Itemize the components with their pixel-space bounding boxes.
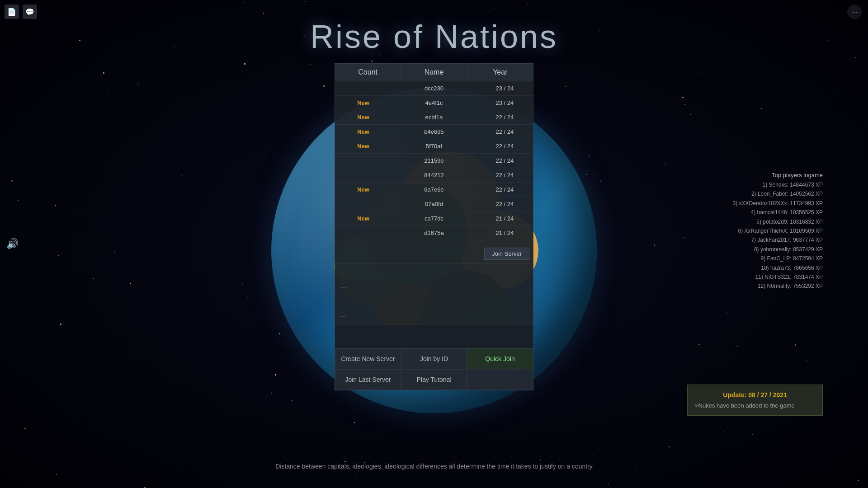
star [222,92,223,92]
star [60,324,61,325]
star [490,11,491,12]
star [354,422,355,423]
star [737,346,738,347]
star [795,344,796,345]
header-count: Count [335,64,401,81]
row-name: b4e6d5 [392,128,476,135]
star [247,296,248,297]
table-header: Count Name Year [335,64,533,81]
star [130,283,131,284]
row-year: 23 / 24 [476,99,533,106]
top-players-title: Top players ingame [687,172,823,178]
star [698,72,698,73]
quick-join-button[interactable]: Quick Join [467,348,533,369]
create-new-server-button[interactable]: Create New Server [335,348,401,369]
star [636,469,637,470]
top-bar: 📄 💬 [5,5,37,19]
placeholder-row: --- [335,280,533,295]
panel-spacer [335,325,533,348]
row-year: 22 / 24 [476,201,533,207]
star [586,174,586,174]
player-entry: 4) bamcat1446: 10356525 XP [687,208,823,217]
row-year: 22 / 24 [476,114,533,121]
star [684,237,685,238]
star [827,40,828,41]
table-row[interactable]: New 5f70af 22 / 24 [335,139,533,154]
star [779,5,779,5]
star [595,174,596,174]
row-year: 22 / 24 [476,128,533,135]
table-row[interactable]: New ca77dc 21 / 24 [335,211,533,226]
player-entry: 6) XxRangerThiefxX: 10109509 XP [687,226,823,235]
player-entry: 7) JackFan2017: 9637774 XP [687,235,823,244]
star [11,180,13,182]
player-entry: 9) FanC_LP: 8472594 XP [687,254,823,263]
row-name: 4e4f1c [392,99,476,106]
star [490,436,491,436]
table-body: dcc230 23 / 24 New 4e4f1c 23 / 24 New ec… [335,81,533,244]
row-name: 07a0fd [392,201,476,207]
star [669,446,670,448]
star [263,13,264,14]
star [684,104,685,105]
star [108,91,109,92]
star [103,72,104,74]
star [600,180,602,182]
table-row[interactable]: d1675a 21 / 24 [335,226,533,240]
row-name: d1675a [392,230,476,236]
join-last-server-button[interactable]: Join Last Server [335,369,401,390]
table-row[interactable]: New 6a7e6e 22 / 24 [335,183,533,197]
star [344,461,346,462]
header-year: Year [467,64,533,81]
star [305,1,306,2]
star [858,480,859,481]
star [252,291,252,292]
volume-icon[interactable]: 🔊 [6,238,19,250]
star [665,164,665,165]
star [371,61,373,62]
star [51,316,52,317]
header-name: Name [401,64,467,81]
document-icon[interactable]: 📄 [5,5,19,19]
row-year: 22 / 24 [476,157,533,164]
star [94,22,95,23]
player-list: 1) Sendxs: 14844673 XP2) Leon_Faber: 140… [687,180,823,291]
play-tutorial-button[interactable]: Play Tutorial [401,369,467,390]
table-row[interactable]: New ecbf1a 22 / 24 [335,110,533,125]
join-server-area: Join Server [335,244,533,264]
table-row[interactable]: New b4e6d5 22 / 24 [335,125,533,139]
star [137,84,139,85]
row-name: 6a7e6e [392,186,476,193]
star [124,284,125,284]
placeholder-rows: ------------ [335,264,533,325]
star [864,122,865,123]
table-row[interactable]: 07a0fd 22 / 24 [335,197,533,211]
star [566,86,566,87]
placeholder-row: --- [335,295,533,309]
star [761,108,762,109]
table-row[interactable]: New fd5c9d 21 / 24 [335,240,533,244]
table-row[interactable]: 844212 22 / 24 [335,168,533,183]
chat-icon[interactable]: 💬 [23,5,37,19]
menu-dots-icon[interactable]: ··· [847,5,862,19]
table-row[interactable]: 21159e 22 / 24 [335,154,533,168]
row-count: New [335,99,392,106]
table-row[interactable]: dcc230 23 / 24 [335,81,533,96]
star [682,97,684,98]
star [598,30,599,31]
star [174,46,175,47]
star [56,474,57,475]
star [304,36,305,37]
table-row[interactable]: New 4e4f1c 23 / 24 [335,96,533,110]
join-by-id-button[interactable]: Join by ID [401,348,467,369]
star [610,480,610,481]
row-year: 22 / 24 [476,172,533,178]
row-year: 22 / 24 [476,186,533,193]
star [24,428,26,429]
star [634,382,636,384]
join-server-button[interactable]: Join Server [484,248,529,260]
row-year: 23 / 24 [476,85,533,92]
star [291,400,292,401]
star [654,244,655,246]
star [806,361,807,361]
